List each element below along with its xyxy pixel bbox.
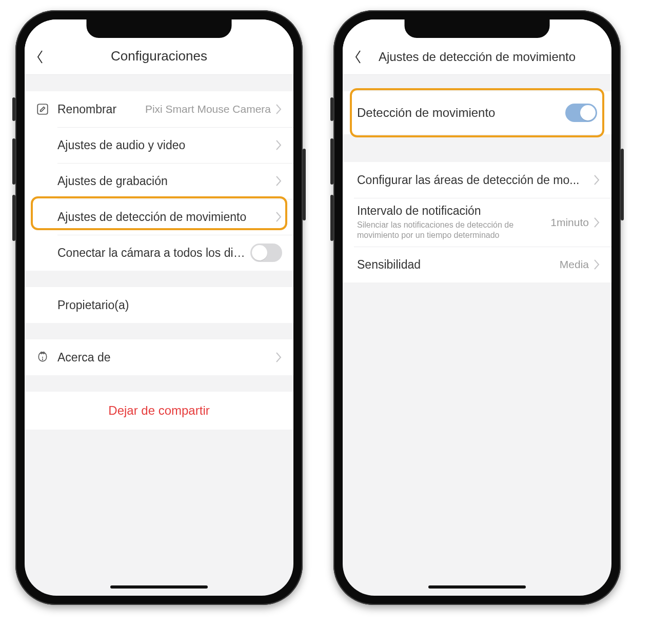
notch-icon bbox=[405, 19, 550, 38]
page-title: Ajustes de detección de movimiento bbox=[379, 50, 576, 64]
back-button[interactable] bbox=[354, 50, 362, 64]
home-indicator-icon bbox=[428, 585, 526, 589]
row-motion-settings[interactable]: Ajustes de detección de movimiento bbox=[25, 199, 293, 235]
back-button[interactable] bbox=[36, 50, 44, 64]
chevron-right-icon bbox=[275, 139, 282, 151]
toggle-motion-detection[interactable] bbox=[565, 104, 597, 122]
chevron-right-icon bbox=[593, 259, 600, 270]
row-motion-detection[interactable]: Detección de movimiento bbox=[343, 91, 611, 134]
home-indicator-icon bbox=[110, 585, 208, 589]
chevron-left-icon bbox=[36, 50, 44, 64]
row-notification-interval[interactable]: Intervalo de notificación Silenciar las … bbox=[343, 198, 611, 247]
row-label: Detección de movimiento bbox=[357, 106, 565, 120]
row-label: Sensibilidad bbox=[357, 258, 560, 272]
stop-sharing-label: Dejar de compartir bbox=[108, 403, 209, 418]
chevron-right-icon bbox=[275, 104, 282, 115]
row-label: Propietario(a) bbox=[57, 298, 282, 312]
chevron-left-icon bbox=[354, 50, 362, 64]
row-label: Intervalo de notificación bbox=[357, 204, 550, 218]
row-recording-settings[interactable]: Ajustes de grabación bbox=[25, 163, 293, 199]
toggle-connect-all[interactable] bbox=[250, 244, 282, 262]
edit-icon bbox=[36, 103, 57, 116]
notch-icon bbox=[87, 19, 232, 38]
row-rename[interactable]: Renombrar Pixi Smart Mouse Camera bbox=[25, 91, 293, 127]
stop-sharing-button[interactable]: Dejar de compartir bbox=[25, 392, 293, 430]
phone-frame-left: Configuraciones Renombrar Pixi Smart Mou… bbox=[15, 10, 303, 605]
page-title: Configuraciones bbox=[111, 48, 207, 64]
row-label: Ajustes de audio y video bbox=[57, 138, 275, 152]
row-label: Acerca de bbox=[57, 351, 275, 364]
chevron-right-icon bbox=[275, 211, 282, 222]
row-value: 1minuto bbox=[550, 216, 589, 229]
svg-point-3 bbox=[43, 357, 43, 358]
row-av-settings[interactable]: Ajustes de audio y video bbox=[25, 127, 293, 163]
row-label: Ajustes de grabación bbox=[57, 174, 275, 188]
row-detection-areas[interactable]: Configurar las áreas de detección de mo.… bbox=[343, 162, 611, 198]
row-label: Conectar la cámara a todos los dispo... bbox=[57, 246, 250, 260]
row-value: Media bbox=[560, 258, 589, 271]
screen-left: Configuraciones Renombrar Pixi Smart Mou… bbox=[25, 19, 293, 596]
side-button-icon bbox=[303, 149, 306, 220]
svg-rect-0 bbox=[37, 104, 48, 114]
screen-right: Ajustes de detección de movimiento Detec… bbox=[343, 19, 611, 596]
row-connect-all-devices[interactable]: Conectar la cámara a todos los dispo... bbox=[25, 235, 293, 271]
chevron-right-icon bbox=[593, 217, 600, 228]
row-label: Configurar las áreas de detección de mo.… bbox=[357, 173, 593, 187]
row-label: Renombrar bbox=[57, 103, 145, 116]
row-subtitle: Silenciar las notificaciones de detecció… bbox=[357, 220, 550, 240]
row-label: Ajustes de detección de movimiento bbox=[57, 210, 275, 224]
side-button-icon bbox=[621, 149, 624, 220]
info-icon bbox=[36, 351, 57, 364]
row-owner[interactable]: Propietario(a) bbox=[25, 287, 293, 323]
row-sensitivity[interactable]: Sensibilidad Media bbox=[343, 247, 611, 282]
chevron-right-icon bbox=[275, 352, 282, 363]
row-about[interactable]: Acerca de bbox=[25, 339, 293, 375]
chevron-right-icon bbox=[275, 175, 282, 187]
phone-frame-right: Ajustes de detección de movimiento Detec… bbox=[333, 10, 621, 605]
row-value: Pixi Smart Mouse Camera bbox=[145, 103, 271, 115]
chevron-right-icon bbox=[593, 174, 600, 186]
